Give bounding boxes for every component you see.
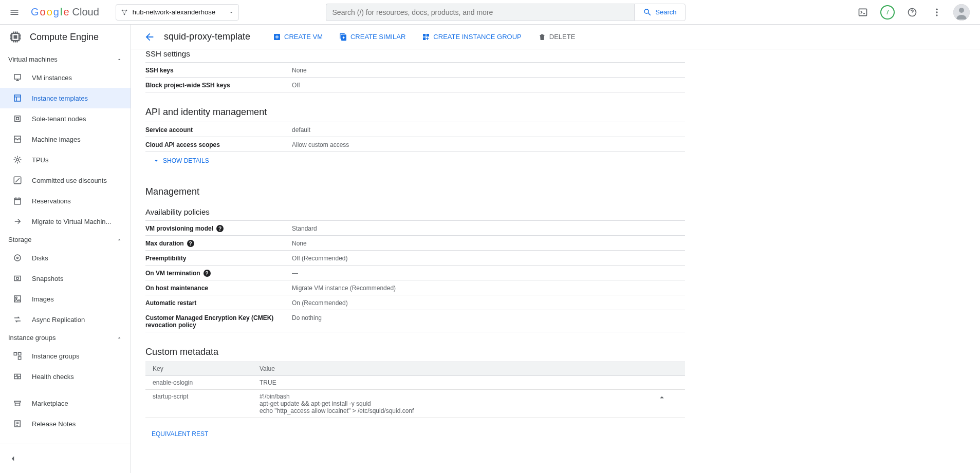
google-cloud-logo[interactable]: Google Cloud — [31, 6, 99, 18]
trash-icon — [538, 33, 546, 41]
nav-vm-instances[interactable]: VM instances — [0, 67, 131, 88]
row-on-termination: On VM termination? — — [145, 266, 685, 280]
page-title: squid-proxy-template — [164, 31, 250, 42]
svg-rect-27 — [19, 352, 21, 355]
metadata-row: enable-oslogin TRUE — [145, 376, 685, 390]
show-details-button[interactable]: SHOW DETAILS — [145, 152, 209, 164]
equivalent-rest-button[interactable]: EQUIVALENT REST — [145, 430, 208, 438]
row-provisioning: VM provisioning model? Standard — [145, 221, 685, 236]
nav-instance-templates[interactable]: Instance templates — [0, 88, 131, 108]
back-button[interactable] — [139, 27, 160, 47]
sidebar-footer — [0, 444, 131, 473]
api-table: Service account default Cloud API access… — [145, 122, 685, 152]
help-icon[interactable]: ? — [204, 270, 211, 277]
section-api: API and identity management — [145, 107, 966, 118]
group-add-icon — [422, 33, 430, 41]
search-button[interactable]: Search — [634, 4, 685, 21]
more-icon[interactable] — [927, 2, 947, 23]
nav-release-notes[interactable]: Release Notes — [0, 413, 131, 434]
nav-group-instance-groups[interactable]: Instance groups — [0, 330, 131, 346]
nav-instance-groups[interactable]: Instance groups — [0, 346, 131, 366]
disk-icon — [12, 253, 23, 263]
nav-disks[interactable]: Disks — [0, 248, 131, 268]
marketplace-icon — [12, 398, 23, 408]
svg-rect-14 — [15, 116, 21, 122]
topbar: Google Cloud hub-network-alexanderhose S… — [0, 0, 980, 25]
create-instance-group-button[interactable]: CREATE INSTANCE GROUP — [416, 28, 527, 46]
nav-machine-images[interactable]: Machine images — [0, 129, 131, 149]
search-container: Search — [326, 4, 686, 21]
nav-health-checks[interactable]: Health checks — [0, 366, 131, 387]
search-icon — [643, 8, 652, 17]
sidebar-title: Compute Engine — [30, 32, 99, 43]
action-bar: squid-proxy-template CREATE VM CREATE SI… — [131, 25, 980, 49]
cloud-shell-icon[interactable] — [853, 2, 873, 23]
row-cmek: Customer Managed Encryption Key (CMEK) r… — [145, 310, 685, 332]
create-similar-button[interactable]: CREATE SIMILAR — [333, 28, 412, 46]
search-input[interactable] — [326, 4, 635, 21]
help-icon[interactable]: ? — [216, 225, 224, 232]
svg-point-20 — [14, 255, 21, 261]
nav-group-storage[interactable]: Storage — [0, 232, 131, 248]
chevron-down-icon — [228, 9, 234, 15]
help-icon[interactable] — [902, 2, 922, 23]
row-access-scopes: Cloud API access scopes Allow custom acc… — [145, 137, 685, 152]
svg-point-21 — [17, 257, 19, 259]
row-block-ssh: Block project-wide SSH keys Off — [145, 78, 685, 92]
svg-rect-19 — [14, 198, 21, 204]
nav-group-vm[interactable]: Virtual machines — [0, 51, 131, 67]
sole-tenant-icon — [12, 113, 23, 124]
project-icon — [120, 8, 128, 16]
collapse-sidebar-button[interactable] — [0, 448, 131, 469]
nav-reservations[interactable]: Reservations — [0, 191, 131, 211]
chevron-up-icon — [116, 237, 122, 243]
delete-button[interactable]: DELETE — [532, 28, 582, 46]
health-icon — [12, 371, 23, 382]
row-ssh-keys: SSH keys None — [145, 63, 685, 78]
svg-rect-29 — [19, 357, 21, 360]
row-host-maintenance: On host maintenance Migrate VM instance … — [145, 280, 685, 295]
topbar-right-icons: 7 — [853, 2, 976, 23]
help-icon[interactable]: ? — [187, 240, 194, 247]
svg-rect-3 — [859, 9, 866, 15]
create-vm-button[interactable]: CREATE VM — [267, 28, 329, 46]
section-ssh: SSH settings — [145, 49, 966, 58]
svg-point-5 — [936, 8, 937, 10]
nav-images[interactable]: Images — [0, 289, 131, 309]
chevron-up-icon — [116, 335, 122, 341]
svg-point-17 — [16, 159, 19, 161]
section-management: Management — [145, 186, 966, 197]
section-availability: Availability policies — [145, 207, 966, 216]
nav-sole-tenant[interactable]: Sole-tenant nodes — [0, 108, 131, 129]
collapse-row-button[interactable] — [657, 393, 678, 402]
account-avatar[interactable] — [951, 2, 972, 23]
vm-icon — [12, 72, 23, 83]
nav-committed[interactable]: Committed use discounts — [0, 170, 131, 191]
template-icon — [12, 93, 23, 103]
svg-rect-11 — [14, 35, 17, 39]
snapshot-icon — [12, 273, 23, 283]
svg-point-23 — [16, 277, 19, 280]
chevron-down-icon — [153, 157, 160, 164]
sidebar-header[interactable]: Compute Engine — [0, 25, 131, 49]
notifications-badge[interactable]: 7 — [877, 2, 898, 23]
svg-rect-24 — [14, 296, 21, 302]
nav-tpus[interactable]: TPUs — [0, 149, 131, 170]
release-icon — [12, 419, 23, 429]
row-service-account: Service account default — [145, 122, 685, 137]
section-metadata: Custom metadata — [145, 347, 966, 357]
project-picker[interactable]: hub-network-alexanderhose — [116, 4, 239, 21]
row-max-duration: Max duration? None — [145, 236, 685, 251]
metadata-table: Key Value enable-oslogin TRUE startup-sc… — [145, 362, 685, 418]
main: squid-proxy-template CREATE VM CREATE SI… — [131, 25, 980, 473]
sidebar-nav: Virtual machines VM instances Instance t… — [0, 49, 131, 444]
metadata-row: startup-script #!/bin/bash apt-get updat… — [145, 390, 685, 418]
nav-snapshots[interactable]: Snapshots — [0, 268, 131, 289]
nav-marketplace[interactable]: Marketplace — [0, 393, 131, 413]
menu-icon[interactable] — [4, 2, 25, 23]
nav-migrate[interactable]: Migrate to Virtual Machin... — [0, 211, 131, 232]
nav-async[interactable]: Async Replication — [0, 309, 131, 330]
row-preemptibility: Preemptibility Off (Recommended) — [145, 251, 685, 266]
async-icon — [12, 314, 23, 325]
metadata-header: Key Value — [145, 362, 685, 376]
